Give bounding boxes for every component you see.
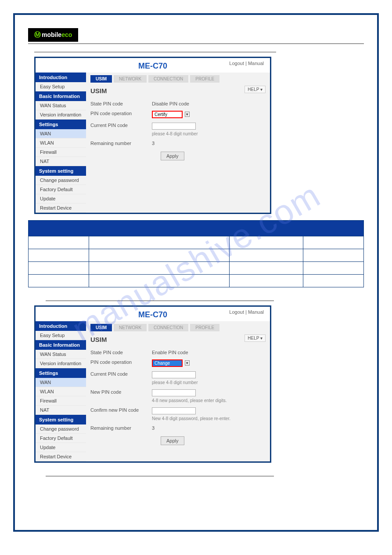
sidebar-item-version[interactable]: Version inforamtion <box>36 359 86 368</box>
sidebar-head-system[interactable]: System setting <box>36 415 86 424</box>
sidebar-head-introduction[interactable]: Introduction <box>36 73 86 82</box>
current-pin-label: Current PIN code <box>90 371 152 377</box>
sidebar-head-basic-info[interactable]: Basic Information <box>36 340 86 350</box>
current-pin-input[interactable] <box>152 123 196 130</box>
sidebar-item-version[interactable]: Version inforamtion <box>36 110 86 120</box>
tab-network[interactable]: NETWORK <box>114 75 147 83</box>
sidebar-item-firewall[interactable]: Firewall <box>36 396 86 406</box>
state-pin-value: Disable PIN code <box>152 101 189 106</box>
help-button[interactable]: HELP ▾ <box>245 334 266 342</box>
sidebar-head-basic-info[interactable]: Basic Information <box>36 91 86 101</box>
new-pin-note: 4-8 new password, please enter digits. <box>152 398 227 403</box>
brand-logo: Ⓜmobileeco <box>28 28 78 42</box>
sidebar-item-wan-status[interactable]: WAN Status <box>36 350 86 359</box>
sidebar-item-change-password[interactable]: Change password <box>36 424 86 434</box>
header-links[interactable]: Logout | Manual <box>229 309 264 315</box>
new-pin-label: New PIN code <box>90 389 152 395</box>
screenshot-usim-change: ME-C70 Logout | Manual Introduction Easy… <box>34 305 271 463</box>
tab-connection[interactable]: CONNECTION <box>148 324 188 331</box>
sidebar-item-factory-default[interactable]: Factory Default <box>36 434 86 443</box>
divider <box>46 301 274 301</box>
pin-op-label: PIN code operation <box>90 359 152 365</box>
brand-prefix: mobile <box>42 31 61 38</box>
current-pin-label: Current PIN code <box>90 123 152 128</box>
sidebar-item-restart[interactable]: Restart Device <box>36 452 86 461</box>
tab-profile[interactable]: PROFILE <box>190 75 219 83</box>
confirm-pin-input[interactable] <box>152 407 196 414</box>
sidebar-item-nat[interactable]: NAT <box>36 157 86 166</box>
state-pin-label: State PIN code <box>90 350 152 355</box>
tab-profile[interactable]: PROFILE <box>190 324 219 331</box>
sidebar-item-restart[interactable]: Restart Device <box>36 203 86 213</box>
sidebar-item-easy-setup[interactable]: Easy Setup <box>36 82 86 91</box>
tab-network[interactable]: NETWORK <box>114 324 147 331</box>
sidebar-item-wan-status[interactable]: WAN Status <box>36 101 86 110</box>
chevron-down-icon[interactable]: ▾ <box>185 360 190 366</box>
sidebar-item-wan[interactable]: WAN <box>36 378 86 387</box>
state-pin-label: State PIN code <box>90 101 152 106</box>
chevron-down-icon[interactable]: ▾ <box>185 112 190 117</box>
sidebar-item-easy-setup[interactable]: Easy Setup <box>36 331 86 340</box>
tab-connection[interactable]: CONNECTION <box>148 75 188 83</box>
sidebar: Introduction Easy Setup Basic Informatio… <box>36 321 86 461</box>
sidebar-head-system[interactable]: System setting <box>36 166 86 176</box>
sidebar-head-introduction[interactable]: Introduction <box>36 321 86 331</box>
device-title: ME-C70 <box>138 310 167 319</box>
brand-suffix: eco <box>61 31 72 38</box>
sidebar-head-settings[interactable]: Settings <box>36 368 86 378</box>
current-pin-note: please 4-8 digit number <box>152 380 198 385</box>
remaining-label: Remaining number <box>90 141 152 146</box>
remaining-label: Remaining number <box>90 425 152 431</box>
tab-usim[interactable]: USIM <box>90 324 112 331</box>
content-title: USIM <box>90 85 266 99</box>
sidebar-item-update[interactable]: Update <box>36 443 86 452</box>
state-pin-value: Enable PIN code <box>152 350 188 355</box>
confirm-pin-label: Confirm new PIN code <box>90 407 152 413</box>
device-title: ME-C70 <box>138 62 167 70</box>
new-pin-input[interactable] <box>152 389 196 396</box>
pin-op-select[interactable]: Change▾ <box>152 359 183 367</box>
info-table <box>28 220 364 287</box>
tab-usim[interactable]: USIM <box>90 75 112 83</box>
remaining-value: 3 <box>152 141 155 146</box>
sidebar: Introduction Easy Setup Basic Informatio… <box>36 73 86 213</box>
current-pin-note: please 4-8 digit number <box>152 131 198 136</box>
table-header <box>29 221 364 236</box>
help-button[interactable]: HELP ▾ <box>245 86 266 93</box>
divider <box>28 44 364 44</box>
header-links[interactable]: Logout | Manual <box>229 61 264 66</box>
current-pin-input[interactable] <box>152 371 196 378</box>
remaining-value: 3 <box>152 425 155 431</box>
sidebar-item-firewall[interactable]: Firewall <box>36 148 86 157</box>
content-title: USIM <box>90 334 266 348</box>
screenshot-usim-certify: ME-C70 Logout | Manual Introduction Easy… <box>34 57 271 214</box>
confirm-pin-note: New 4-8 digit password, please re-enter. <box>152 416 230 421</box>
apply-button[interactable]: Apply <box>161 152 184 160</box>
sidebar-item-nat[interactable]: NAT <box>36 406 86 415</box>
pin-op-select[interactable]: Certify▾ <box>152 111 183 118</box>
sidebar-item-factory-default[interactable]: Factory Default <box>36 185 86 194</box>
apply-button[interactable]: Apply <box>161 436 184 445</box>
sidebar-item-wlan[interactable]: WLAN <box>36 387 86 396</box>
pin-op-label: PIN code operation <box>90 111 152 116</box>
divider <box>34 52 276 52</box>
logo-icon: Ⓜ <box>34 31 41 38</box>
sidebar-item-wlan[interactable]: WLAN <box>36 138 86 148</box>
sidebar-item-wan[interactable]: WAN <box>36 129 86 138</box>
sidebar-item-update[interactable]: Update <box>36 194 86 203</box>
sidebar-head-settings[interactable]: Settings <box>36 120 86 129</box>
divider <box>46 476 274 476</box>
sidebar-item-change-password[interactable]: Change password <box>36 176 86 185</box>
